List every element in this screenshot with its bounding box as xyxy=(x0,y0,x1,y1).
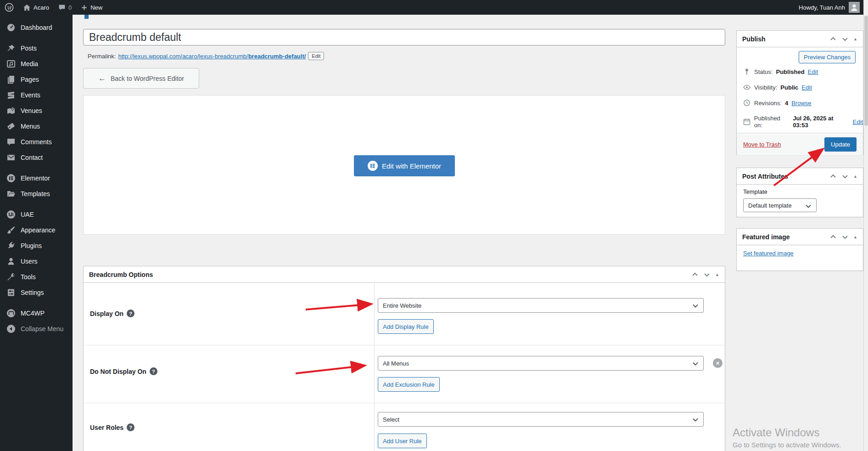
display-on-label: Display On ? xyxy=(90,310,134,317)
pin-icon xyxy=(743,68,751,76)
toggle-panel-icon[interactable]: ▲ xyxy=(715,272,719,277)
sidebar-item-elementor[interactable]: Elementor xyxy=(0,170,73,186)
back-to-wordpress-editor-button[interactable]: ← Back to WordPress Editor xyxy=(83,68,199,89)
collapse-icon xyxy=(6,324,16,333)
browse-revisions-link[interactable]: Browse xyxy=(791,100,811,107)
plus-icon xyxy=(81,4,88,11)
add-exclusion-rule-button[interactable]: Add Exclusion Rule xyxy=(378,377,440,392)
edit-visibility-link[interactable]: Edit xyxy=(801,84,812,91)
sidebar-item-users[interactable]: Users xyxy=(0,254,73,269)
media-icon xyxy=(6,59,16,68)
sidebar-item-mc4wp[interactable]: MC4WP xyxy=(0,305,73,321)
move-down-icon[interactable] xyxy=(841,233,849,241)
tools-icon xyxy=(6,272,16,282)
revisions-row: Revisions: 4 Browse xyxy=(743,99,812,107)
move-down-icon[interactable] xyxy=(703,271,711,278)
chevron-down-icon xyxy=(692,303,699,309)
move-up-icon[interactable] xyxy=(691,271,699,278)
display-on-select[interactable]: Entire Website xyxy=(378,298,704,313)
visit-site-item[interactable]: Acaro xyxy=(18,0,54,15)
user-roles-select[interactable]: Select xyxy=(378,412,704,427)
menus-icon xyxy=(6,122,16,131)
post-attributes-panel: Post Attributes ▲ Template Default templ… xyxy=(736,168,863,217)
add-user-rule-button[interactable]: Add User Rule xyxy=(378,434,427,448)
comments-count: 0 xyxy=(68,4,72,11)
vertical-scrollbar[interactable] xyxy=(863,0,868,451)
featured-image-panel: Featured image ▲ Set featured image xyxy=(736,228,863,271)
account-menu[interactable]: Howdy, Tuan Anh xyxy=(799,2,868,13)
calendar-icon xyxy=(743,118,751,126)
chevron-down-icon xyxy=(805,203,812,209)
edit-status-link[interactable]: Edit xyxy=(808,68,818,75)
sidebar-item-venues[interactable]: Venues xyxy=(0,103,73,118)
metabox-title: Breadcrumb Options xyxy=(89,271,153,278)
template-select[interactable]: Default template xyxy=(743,198,817,212)
chevron-down-icon xyxy=(692,417,699,423)
move-up-icon[interactable] xyxy=(829,35,837,43)
update-button[interactable]: Update xyxy=(824,137,857,152)
activate-windows-watermark: Activate Windows Go to Settings to activ… xyxy=(733,426,841,449)
help-icon[interactable]: ? xyxy=(150,367,157,375)
toggle-panel-icon[interactable]: ▲ xyxy=(853,37,857,41)
dashboard-icon xyxy=(6,23,16,32)
sidebar-item-collapse-menu[interactable]: Collapse Menu xyxy=(0,321,73,337)
preview-changes-button[interactable]: Preview Changes xyxy=(799,51,856,63)
breadcrumb-options-metabox: Breadcrumb Options ▲ Display On ? Entire… xyxy=(83,266,725,451)
revisions-clock-icon xyxy=(743,99,751,107)
move-down-icon[interactable] xyxy=(841,173,849,180)
add-display-rule-button[interactable]: Add Display Rule xyxy=(378,319,434,334)
sidebar-item-contact[interactable]: Contact xyxy=(0,150,73,165)
permalink-edit-button[interactable]: Edit xyxy=(308,52,324,60)
permalink-link[interactable]: http://lexus.wpopal.com/acaro/lexus-brea… xyxy=(118,53,306,60)
sidebar-item-events[interactable]: Events xyxy=(0,87,73,103)
sidebar-item-settings[interactable]: Settings xyxy=(0,285,73,300)
toggle-panel-icon[interactable]: ▲ xyxy=(853,174,857,179)
post-attributes-header[interactable]: Post Attributes ▲ xyxy=(737,168,863,185)
status-row: Status: Published Edit xyxy=(743,68,818,76)
eye-icon xyxy=(743,84,751,91)
move-down-icon[interactable] xyxy=(841,35,849,43)
featured-image-header[interactable]: Featured image ▲ xyxy=(737,229,863,245)
new-menu-item[interactable]: New xyxy=(76,0,107,15)
remove-rule-icon[interactable]: × xyxy=(713,358,722,368)
help-icon[interactable]: ? xyxy=(127,423,134,431)
chevron-down-icon xyxy=(692,361,699,367)
published-on-row: Published on: Jul 26, 2025 at 03:53 Edit xyxy=(743,115,863,129)
sidebar-item-menus[interactable]: Menus xyxy=(0,118,73,134)
publish-header[interactable]: Publish ▲ xyxy=(737,31,863,47)
toggle-panel-icon[interactable]: ▲ xyxy=(853,235,857,239)
do-not-display-on-select[interactable]: All Menus xyxy=(378,356,704,371)
sidebar-item-posts[interactable]: Posts xyxy=(0,40,73,56)
set-featured-image-link[interactable]: Set featured image xyxy=(743,250,794,257)
post-title-input[interactable] xyxy=(83,29,725,45)
move-up-icon[interactable] xyxy=(829,173,837,180)
move-up-icon[interactable] xyxy=(829,233,837,241)
template-label: Template xyxy=(743,188,767,195)
left-arrow-icon: ← xyxy=(98,74,106,83)
move-to-trash-link[interactable]: Move to Trash xyxy=(743,141,781,148)
column-divider xyxy=(374,284,375,451)
visibility-row: Visibility: Public Edit xyxy=(743,84,812,91)
sidebar-item-dashboard[interactable]: Dashboard xyxy=(0,20,73,35)
scrollbar-thumb[interactable] xyxy=(864,16,868,126)
sidebar-item-comments[interactable]: Comments xyxy=(0,134,73,150)
do-not-display-on-label: Do Not Display On ? xyxy=(90,367,157,375)
sidebar-item-uae[interactable]: UAE xyxy=(0,207,73,222)
sidebar-item-templates[interactable]: Templates xyxy=(0,186,73,202)
sidebar-item-plugins[interactable]: Plugins xyxy=(0,238,73,254)
breadcrumb-options-header[interactable]: Breadcrumb Options ▲ xyxy=(84,266,725,283)
howdy-text: Howdy, Tuan Anh xyxy=(799,4,845,11)
sidebar-item-pages[interactable]: Pages xyxy=(0,72,73,87)
sidebar-item-media[interactable]: Media xyxy=(0,56,73,72)
sidebar-item-appearance[interactable]: Appearance xyxy=(0,222,73,238)
comments-counter[interactable]: 0 xyxy=(54,0,76,15)
sidebar-item-tools[interactable]: Tools xyxy=(0,269,73,285)
edit-with-elementor-button[interactable]: Edit with Elementor xyxy=(354,155,455,176)
elementor-logo-icon xyxy=(368,161,378,171)
help-icon[interactable]: ? xyxy=(127,310,134,317)
mc4wp-icon xyxy=(6,309,16,318)
elementor-icon xyxy=(6,174,16,183)
wordpress-logo-icon[interactable] xyxy=(0,0,18,15)
edit-published-date-link[interactable]: Edit xyxy=(853,118,863,125)
publish-panel: Publish ▲ Preview Changes Status: Publis… xyxy=(736,30,863,155)
